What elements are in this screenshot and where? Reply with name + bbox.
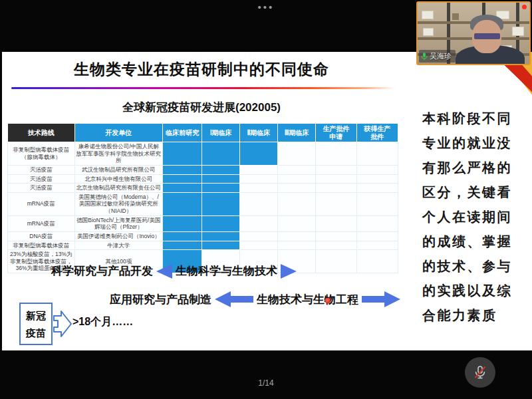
participant-name-tag: 吴海珍 — [419, 50, 456, 63]
table-row: mRNA疫苗德国BioNTech/上海复星医药/美国辉瑞公司（Pfizer） — [8, 215, 398, 231]
progress-cell-empty — [278, 165, 316, 174]
progress-cell-empty — [356, 174, 398, 184]
table-row: DNA疫苗美国伊诺维奥制药公司（Inovio） — [8, 231, 398, 241]
shelf-box — [512, 27, 524, 36]
progress-cell-filled — [163, 241, 202, 250]
progress-cell-empty — [239, 231, 277, 241]
progress-cell-empty — [239, 215, 277, 231]
developer-cell: 康希诺生物股份公司/中国人民解放军军事医学科学院生物技术研究所 — [74, 142, 163, 166]
progress-cell-empty — [278, 231, 316, 241]
progress-cell-empty — [278, 192, 316, 215]
progress-cell-filled — [202, 142, 239, 166]
progress-cell-filled — [163, 165, 202, 174]
column-header: 技术路线 — [8, 124, 75, 142]
more-options-dots[interactable]: ••• — [258, 1, 275, 13]
page-indicator: 1/14 — [0, 378, 532, 388]
progress-cell-empty — [278, 184, 316, 193]
mapping-row-engineering: 应用研究与产品制造 生物技术与生物工程 — [110, 291, 400, 307]
title-underline-gradient — [11, 87, 396, 89]
mapping2-left-label: 应用研究与产品制造 — [110, 292, 211, 307]
route-cell: 灭活疫苗 — [8, 184, 75, 193]
progress-cell-filled — [163, 192, 202, 215]
mapping2-center-label: 生物技术与生物工程 — [257, 292, 358, 307]
progress-cell-filled — [163, 231, 202, 241]
progress-cell-empty — [356, 250, 398, 273]
progress-cell-empty — [278, 142, 316, 166]
progress-cell-empty — [316, 215, 356, 231]
participant-name: 吴海珍 — [430, 51, 452, 61]
progress-cell-empty — [239, 174, 277, 184]
progress-cell-empty — [356, 231, 398, 241]
progress-cell-empty — [356, 142, 398, 166]
table-title: 全球新冠疫苗研发进展(202005) — [2, 100, 401, 115]
right-block-arrow-icon — [362, 291, 400, 307]
progress-cell-filled — [163, 215, 202, 231]
presentation-slide: 生物类专业在疫苗研制中的不同使命 全球新冠疫苗研发进展(202005) 技术路线… — [2, 52, 532, 350]
table-row: 灭活疫苗武汉生物制品研究所有限公司 — [8, 165, 398, 174]
column-header: 临床前研究 — [163, 124, 202, 142]
vaccine-progress-table: 技术路线开发单位临床前研究Ⅰ期临床Ⅱ期临床Ⅲ期临床生产批件 申请获得生产 批件 … — [7, 123, 398, 273]
progress-cell-empty — [278, 241, 316, 250]
covid-vaccine-box: 新冠 疫苗 — [19, 303, 53, 345]
progress-cell-empty — [278, 215, 316, 231]
progress-cell-filled — [202, 241, 239, 250]
participant-glasses — [474, 33, 500, 39]
column-header: 开发单位 — [74, 124, 163, 142]
progress-cell-empty — [239, 184, 277, 193]
progress-cell-filled — [163, 174, 202, 184]
participant-video[interactable]: 吴海珍 — [416, 1, 531, 65]
shelf-box — [422, 11, 434, 19]
table-row: 灭活疫苗北京科兴中维生物有限公司 — [8, 174, 398, 184]
route-cell: DNA疫苗 — [8, 231, 75, 241]
progress-cell-empty — [316, 192, 356, 215]
books — [452, 13, 459, 20]
chevron-right-arrow-icon — [53, 310, 72, 338]
mic-muted-icon — [472, 364, 488, 380]
progress-cell-empty — [316, 231, 356, 241]
route-cell: 灭活疫苗 — [8, 165, 75, 174]
developer-cell: 美国莫德纳公司（Moderna）、/美国国家过敏症和传染病研究所（NIAID） — [74, 192, 163, 215]
meeting-window: ••• 生物类专业在疫苗研制中的不同使命 全球新冠疫苗研发进展(202005) … — [0, 0, 532, 399]
mic-on-icon — [421, 53, 428, 61]
progress-cell-filled — [202, 174, 239, 184]
progress-cell-filled — [202, 184, 239, 193]
route-cell: 灭活疫苗 — [8, 174, 75, 184]
side-note-text: 本科阶段不同 专业的就业没 有那么严格的 区分，关键看 个人在读期间 的成绩、掌… — [422, 106, 527, 328]
progress-cell-filled — [202, 192, 239, 215]
column-header: Ⅰ期临床 — [202, 124, 239, 142]
table-row: 非复制型病毒载体疫苗牛津大学 — [8, 241, 398, 250]
progress-cell-empty — [239, 165, 277, 174]
recording-dot — [522, 5, 527, 9]
shelf-box — [423, 28, 434, 36]
route-cell: mRNA疫苗 — [8, 215, 75, 231]
route-cell: mRNA疫苗 — [8, 192, 75, 215]
table-row: 非复制型病毒载体疫苗（腺病毒载体）康希诺生物股份公司/中国人民解放军军事医学科学… — [8, 142, 398, 166]
progress-cell-empty — [239, 241, 277, 250]
column-header: Ⅱ期临床 — [239, 124, 277, 142]
progress-cell-empty — [239, 192, 277, 215]
column-header: 生产批件 申请 — [316, 124, 356, 142]
progress-cell-empty — [316, 165, 356, 174]
developer-cell: 牛津大学 — [74, 241, 163, 250]
progress-cell-empty — [356, 165, 398, 174]
progress-cell-filled — [202, 231, 239, 241]
table-row: 灭活疫苗北京生物制品研究所有限责任公司 — [8, 184, 398, 193]
progress-cell-empty — [316, 241, 356, 250]
left-block-arrow-icon — [215, 291, 253, 307]
route-cell: 非复制型病毒载体疫苗 — [8, 241, 75, 250]
developer-cell: 美国伊诺维奥制药公司（Inovio） — [74, 231, 163, 241]
progress-cell-filled — [239, 142, 277, 166]
mapping1-center-label: 生物科学与生物技术 — [176, 263, 277, 279]
developer-cell: 北京生物制品研究所有限责任公司 — [74, 184, 163, 193]
progress-cell-empty — [316, 184, 356, 193]
progress-cell-empty — [356, 215, 398, 231]
mapping1-left-label: 科学研究与产品开发 — [51, 263, 153, 279]
duration-label: >18个月…… — [72, 315, 133, 329]
developer-cell: 德国BioNTech/上海复星医药/美国辉瑞公司（Pfizer） — [74, 215, 163, 231]
mapping-row-science: 科学研究与产品开发 生物科学与生物技术 — [51, 263, 297, 279]
mute-button[interactable] — [465, 357, 495, 388]
left-arrow-icon — [156, 264, 172, 279]
progress-cell-empty — [278, 174, 316, 184]
progress-cell-filled — [202, 215, 239, 231]
progress-cell-empty — [316, 142, 356, 166]
